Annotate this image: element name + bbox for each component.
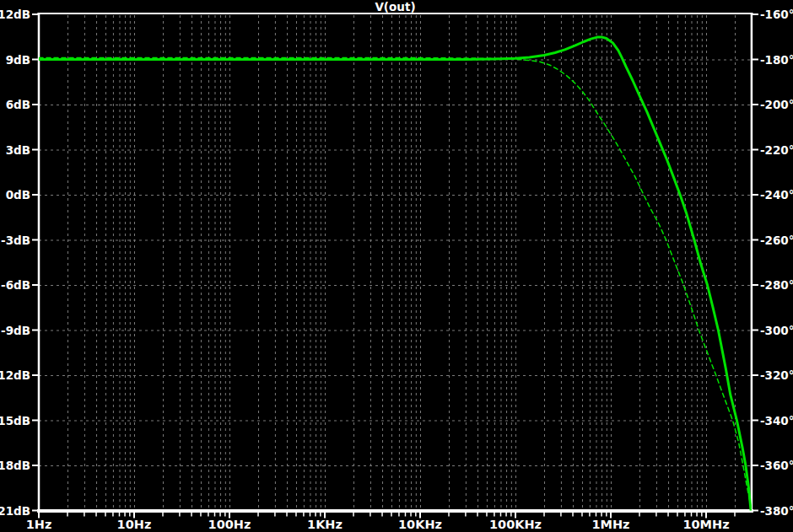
y-left-tick-label: -3dB	[1, 234, 30, 247]
y-right-tick-label: -220°	[760, 143, 793, 157]
y-right-tick-label: -260°	[760, 234, 793, 247]
y-right-tick-label: -160°	[760, 8, 793, 21]
y-left-tick-label: -21dB	[0, 504, 30, 518]
x-tick-label: 1Hz	[26, 518, 52, 531]
y-left-tick-label: 9dB	[6, 53, 30, 67]
y-right-tick-label: -200°	[760, 98, 793, 111]
y-right-tick-label: -320°	[760, 368, 793, 382]
y-right-tick-label: -280°	[760, 278, 793, 292]
y-left-tick-label: -6dB	[1, 278, 30, 292]
y-right-tick-label: -340°	[760, 414, 793, 427]
y-left-tick-label: 12dB	[0, 8, 30, 21]
x-tick-label: 1KHz	[307, 518, 343, 531]
y-right-tick-label: -240°	[760, 188, 793, 202]
plot-area[interactable]	[39, 14, 752, 511]
x-tick-label: 10Hz	[117, 518, 152, 531]
x-tick-label: 10KHz	[398, 518, 442, 531]
y-left-tick-label: -9dB	[1, 324, 30, 337]
y-right-tick-label: -380°	[760, 504, 793, 518]
x-tick-label: 1MHz	[591, 518, 629, 531]
y-left-tick-label: -12dB	[0, 368, 30, 382]
x-tick-label: 100Hz	[208, 518, 251, 531]
waveform-viewer-pane: V(out) 12dB9dB6dB3dB0dB-3dB-6dB-9dB-12dB…	[0, 0, 793, 532]
y-left-tick-label: 6dB	[6, 98, 30, 111]
x-tick-label: 10MHz	[682, 518, 729, 531]
y-right-tick-label: -360°	[760, 459, 793, 472]
y-right-tick-label: -300°	[760, 324, 793, 337]
x-tick-label: 100KHz	[489, 518, 542, 531]
y-right-tick-label: -180°	[760, 53, 793, 67]
bode-plot: 12dB9dB6dB3dB0dB-3dB-6dB-9dB-12dB-15dB-1…	[0, 0, 793, 532]
y-left-tick-label: -15dB	[0, 414, 30, 427]
y-left-tick-label: 0dB	[6, 188, 30, 202]
y-left-tick-label: 3dB	[6, 143, 30, 157]
y-left-tick-label: -18dB	[0, 459, 30, 472]
